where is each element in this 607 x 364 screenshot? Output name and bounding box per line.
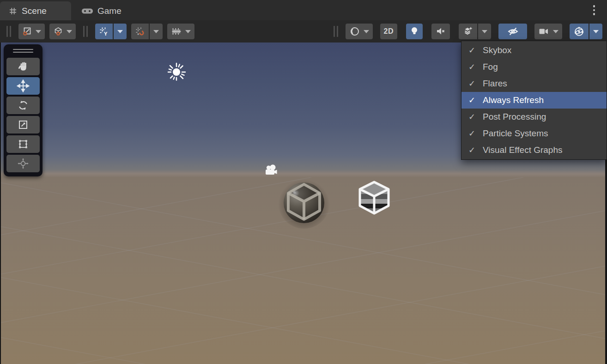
- hidden-objects-toggle[interactable]: [498, 24, 527, 39]
- menu-item-fog[interactable]: ✓ Fog: [461, 59, 607, 75]
- chevron-down-icon: [364, 30, 369, 33]
- toolbar-drag-handle[interactable]: [334, 26, 338, 37]
- check-icon: ✓: [461, 128, 483, 139]
- check-icon: ✓: [461, 62, 483, 72]
- rect-icon: [17, 138, 29, 150]
- menu-item-label: Skybox: [483, 45, 511, 55]
- gizmos-toggle[interactable]: [570, 24, 589, 39]
- ruler-icon: [171, 26, 182, 36]
- check-icon: ✓: [461, 95, 483, 105]
- chevron-down-icon: [117, 30, 123, 33]
- menu-item-post-processing[interactable]: ✓ Post Processing: [461, 109, 607, 125]
- check-icon: ✓: [461, 112, 483, 122]
- scene-toolbar: Y: [0, 20, 607, 42]
- snap-increment-button[interactable]: [167, 24, 194, 39]
- menu-item-skybox[interactable]: ✓ Skybox: [461, 42, 607, 59]
- effects-star-icon: [462, 26, 473, 37]
- tool-handle-position-button[interactable]: [18, 24, 45, 39]
- grid-y-icon: Y: [99, 26, 109, 36]
- move-icon: [17, 79, 30, 92]
- gizmos-dropdown[interactable]: [589, 24, 602, 39]
- scale-tool[interactable]: [6, 116, 40, 133]
- rotate-tool[interactable]: [6, 97, 40, 114]
- chevron-down-icon: [482, 30, 487, 33]
- menu-item-particle-systems[interactable]: ✓ Particle Systems: [461, 125, 607, 142]
- mode-2d-label: 2D: [384, 27, 394, 36]
- tab-game[interactable]: Game: [73, 1, 130, 20]
- grid-visibility-dropdown[interactable]: [114, 24, 127, 39]
- gizmo-sphere-icon: [573, 26, 585, 37]
- rotate-icon: [17, 99, 29, 111]
- scale-icon: [17, 119, 29, 131]
- eye-slash-icon: [507, 26, 519, 36]
- audio-toggle[interactable]: [431, 24, 450, 39]
- effects-dropdown-menu: ✓ Skybox ✓ Fog ✓ Flares ✓ Always Refresh…: [461, 41, 607, 160]
- svg-text:Y: Y: [104, 31, 108, 36]
- directional-light-gizmo[interactable]: [164, 60, 189, 86]
- snap-toggle[interactable]: [131, 24, 149, 39]
- rect-tool[interactable]: [6, 135, 40, 153]
- menu-item-label: Always Refresh: [483, 95, 544, 105]
- video-camera-icon: [538, 26, 550, 36]
- scene-lighting-toggle[interactable]: [406, 24, 423, 39]
- tab-scene[interactable]: Scene: [0, 1, 71, 20]
- grid-visibility-button: Y: [95, 24, 127, 39]
- menu-item-flares[interactable]: ✓ Flares: [461, 75, 607, 92]
- gizmos-button: [570, 24, 602, 39]
- transform-tool[interactable]: [6, 155, 40, 172]
- audio-muted-icon: [435, 26, 446, 36]
- chevron-down-icon: [67, 30, 72, 33]
- mode-2d-toggle[interactable]: 2D: [380, 24, 397, 39]
- striped-cube-gizmo[interactable]: [351, 176, 397, 224]
- menu-item-label: Visual Effect Graphs: [483, 145, 563, 155]
- effects-toggle[interactable]: [459, 24, 477, 39]
- transform-icon: [17, 158, 29, 170]
- menu-item-always-refresh[interactable]: ✓ Always Refresh: [461, 92, 607, 109]
- effects-button: [459, 24, 491, 39]
- kebab-menu-icon[interactable]: [589, 4, 599, 17]
- snap-dropdown[interactable]: [150, 24, 163, 39]
- toolbar-drag-handle[interactable]: [83, 26, 88, 37]
- gamepad-icon: [81, 7, 93, 15]
- shaded-sphere-icon: [349, 26, 360, 37]
- toolbar-drag-handle[interactable]: [6, 26, 11, 37]
- light-bulb-icon: [410, 26, 419, 37]
- check-icon: ✓: [461, 79, 483, 89]
- tab-bar: Scene Game: [0, 0, 607, 20]
- striped-cube: [351, 176, 397, 222]
- grid-icon: [8, 6, 18, 16]
- chevron-down-icon: [36, 30, 41, 33]
- chevron-down-icon: [593, 30, 599, 33]
- snap-button: [131, 24, 163, 39]
- overlay-drag-handle[interactable]: [13, 49, 33, 53]
- chevron-down-icon: [153, 30, 159, 33]
- snap-magnet-icon: [135, 26, 145, 36]
- draw-mode-button[interactable]: [346, 24, 373, 39]
- grid-visibility-toggle[interactable]: Y: [95, 24, 113, 39]
- wireframe-cube-on-sphere: [275, 174, 333, 231]
- hand-icon: [17, 61, 29, 73]
- camera-overlay-button[interactable]: [534, 24, 562, 39]
- tools-overlay: [4, 44, 42, 176]
- menu-item-label: Fog: [483, 62, 498, 72]
- chevron-down-icon: [553, 30, 558, 33]
- menu-item-label: Particle Systems: [483, 128, 548, 139]
- tab-scene-label: Scene: [22, 6, 47, 16]
- menu-item-visual-effect-graphs[interactable]: ✓ Visual Effect Graphs: [461, 142, 607, 158]
- cube-pivot-icon: [53, 26, 63, 36]
- menu-item-label: Flares: [483, 79, 507, 89]
- tool-handle-orientation-button[interactable]: [49, 24, 76, 39]
- check-icon: ✓: [461, 145, 483, 155]
- chevron-down-icon: [185, 30, 191, 33]
- view-hand-tool[interactable]: [6, 58, 40, 75]
- check-icon: ✓: [461, 45, 483, 55]
- pivot-icon: [22, 26, 32, 36]
- tab-game-label: Game: [97, 6, 121, 16]
- move-tool[interactable]: [6, 77, 40, 95]
- sun-icon: [164, 60, 189, 85]
- effects-dropdown[interactable]: [478, 24, 491, 39]
- sphere-object-gizmo[interactable]: [275, 174, 333, 233]
- menu-item-label: Post Processing: [483, 112, 546, 122]
